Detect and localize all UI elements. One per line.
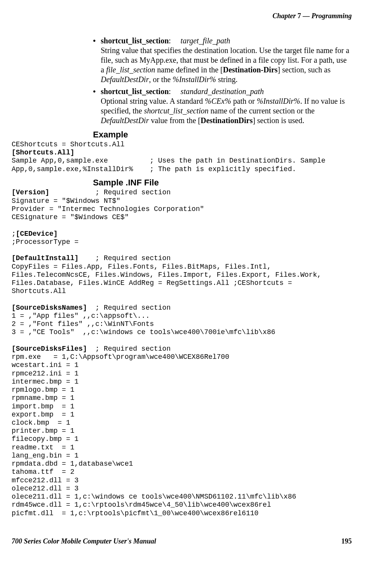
code-text: rpmlogo.bmp = 1	[12, 386, 74, 394]
chapter-label: Chapter	[272, 12, 296, 20]
code-line: Sample App,0,sample.exe ; Uses the path …	[12, 157, 325, 165]
code-section-header: [SourceDisksNames]	[12, 304, 87, 312]
dash: —	[303, 12, 310, 20]
code-text: ; Required section	[49, 189, 170, 196]
code-text: tahoma.ttf = 2	[12, 468, 74, 476]
code-text: Files.Database, Files.WinCE AddReg = Reg…	[12, 279, 292, 287]
code-text: Signature = "$Windows NT$"	[12, 197, 120, 205]
code-text: olece211.dll = 1,c:\windows ce tools\wce…	[12, 493, 296, 501]
code-text: CESignature = "$Windows CE$"	[12, 213, 129, 221]
code-line: [Shortcuts.All]	[12, 149, 74, 156]
code-text: mfcce212.dll = 3	[12, 477, 79, 484]
code-text: Provider = "Intermec Technologies Corpor…	[12, 205, 204, 213]
code-text: ; Required section	[87, 304, 170, 312]
code-section-header: [SourceDisksFiles]	[12, 345, 87, 353]
bullet-item: •shortcut_list_section: target_file_path…	[93, 36, 352, 84]
example-heading: Example	[93, 129, 352, 140]
code-section-header: [Version]	[12, 189, 49, 196]
example-code-block: CEShortcuts = Shortcuts.All [Shortcuts.A…	[12, 141, 352, 173]
bullet-item: •shortcut_list_section: standard_destina…	[93, 87, 352, 125]
code-text: picfmt.dll = 1,c:\rptools\picfmt\1_00\wc…	[12, 509, 258, 517]
code-text: ; Required section	[79, 254, 171, 262]
bullet-arg: target_file_path	[181, 36, 230, 45]
code-text: intermec.bmp = 1	[12, 378, 79, 386]
code-section-header: [CEDevice]	[16, 230, 58, 238]
code-text: lang_eng.bin = 1	[12, 452, 79, 459]
bullet-text: shortcut_list_section: standard_destinat…	[101, 87, 352, 125]
code-section-header: [DefaultInstall]	[12, 254, 79, 262]
code-text: import.bmp = 1	[12, 403, 74, 410]
chapter-title: Programming	[311, 12, 352, 20]
bullet-body: String value that specifies the destinat…	[101, 46, 352, 84]
chapter-number: 7	[298, 12, 301, 20]
code-text: printer.bmp = 1	[12, 427, 74, 435]
code-text: filecopy.bmp = 1	[12, 435, 79, 443]
code-text: rdm45wce.dll = 1,c:\rptools\rdm45wce\4_5…	[12, 501, 271, 509]
bullet-icon: •	[93, 87, 101, 125]
bullet-icon: •	[93, 36, 101, 84]
code-text: export.bmp = 1	[12, 411, 74, 418]
bullet-body: Optional string value. A standard %CEx% …	[101, 96, 352, 125]
code-text: readme.txt = 1	[12, 444, 74, 451]
code-text: olece212.dll = 3	[12, 485, 79, 492]
sample-inf-heading: Sample .INF File	[93, 177, 352, 188]
code-text: rpmname.bmp = 1	[12, 394, 74, 402]
code-line: App,0,sample.exe,%InstallDir% ; The path…	[12, 165, 296, 173]
code-text: ;ProcessorType =	[12, 238, 79, 246]
code-text: 2 = ,"Font files" ,,c:\WinNT\Fonts	[12, 320, 154, 328]
code-text: wcestart.ini = 1	[12, 361, 79, 369]
code-text: rpmce212.ini = 1	[12, 370, 79, 377]
code-text: clock.bmp = 1	[12, 419, 70, 427]
code-text: rpmdata.dbd = 1,database\wce1	[12, 460, 133, 468]
body-content: •shortcut_list_section: target_file_path…	[93, 36, 352, 125]
page-number: 195	[341, 537, 352, 546]
bullet-term: shortcut_list_section	[101, 87, 169, 96]
code-text: CopyFiles = Files.App, Files.Fonts, File…	[12, 263, 271, 271]
code-text: ;	[12, 230, 16, 238]
sample-inf-code-block: [Version] ; Required section Signature =…	[12, 189, 352, 517]
manual-title: 700 Series Color Mobile Computer User's …	[12, 537, 156, 546]
page-footer: 700 Series Color Mobile Computer User's …	[12, 537, 352, 546]
bullet-text: shortcut_list_section: target_file_pathS…	[101, 36, 352, 84]
code-text: Shortcuts.All	[12, 287, 66, 295]
code-line: CEShortcuts = Shortcuts.All	[12, 141, 125, 148]
code-text: ; Required section	[87, 345, 170, 353]
bullet-arg: standard_destination_path	[181, 87, 264, 96]
page-header: Chapter 7 — Programming	[12, 12, 352, 21]
bullet-term: shortcut_list_section	[101, 36, 169, 45]
code-text: 3 = ,"CE Tools" ,,c:\windows ce tools\wc…	[12, 328, 275, 336]
code-text: 1 = ,"App files" ,,c:\appsoft\...	[12, 312, 150, 320]
code-text: rpm.exe = 1,C:\Appsoft\program\wce400\WC…	[12, 353, 229, 361]
code-text: Files.TelecomNcsCE, Files.Windows, Files…	[12, 271, 321, 279]
